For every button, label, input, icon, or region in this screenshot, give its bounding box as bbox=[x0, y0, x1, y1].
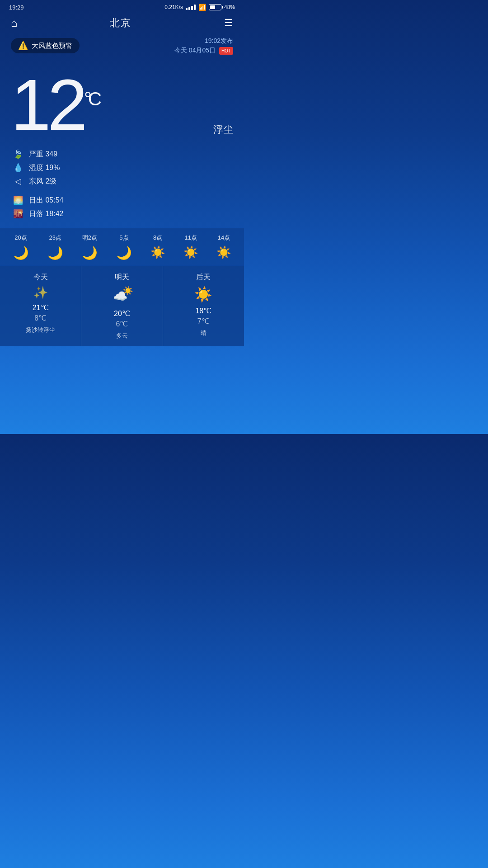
hourly-time: 14点 bbox=[218, 234, 230, 242]
leaf-icon: 🍃 bbox=[13, 149, 23, 159]
dayafter-high: 18℃ bbox=[168, 307, 239, 315]
temperature-section: 12°C 浮尘 bbox=[0, 60, 244, 146]
hourly-item: 明2点🌙 bbox=[82, 234, 98, 260]
sunrise-row: 🌅 日出 05:54 bbox=[13, 195, 231, 205]
moon-icon: 🌙 bbox=[116, 245, 132, 260]
sun-icon: ☀️ bbox=[183, 245, 198, 259]
daily-today: 今天 ✨ 21℃ 8℃ 扬沙转浮尘 bbox=[0, 266, 81, 346]
hourly-item: 23点🌙 bbox=[47, 234, 63, 260]
tomorrow-low: 6℃ bbox=[86, 320, 158, 328]
alert-date: 今天 04月05日 HOT bbox=[174, 46, 233, 55]
battery-percent: 48% bbox=[224, 4, 235, 10]
dayafter-low: 7℃ bbox=[168, 317, 239, 326]
hourly-item: 20点🌙 bbox=[13, 234, 29, 260]
warning-icon: ⚠️ bbox=[18, 41, 28, 51]
alert-bar: ⚠️ 大风蓝色预警 19:02发布 今天 04月05日 HOT bbox=[0, 33, 244, 58]
today-desc: 扬沙转浮尘 bbox=[5, 326, 76, 334]
temperature-value: 12 bbox=[11, 64, 84, 145]
sun-icon: ☀️ bbox=[150, 245, 165, 259]
moon-icon: 🌙 bbox=[47, 245, 63, 260]
hourly-time: 11点 bbox=[185, 234, 197, 242]
tomorrow-desc: 多云 bbox=[86, 332, 158, 340]
today-icon: ✨ bbox=[5, 286, 76, 300]
home-icon[interactable]: ⌂ bbox=[11, 17, 18, 29]
today-label: 今天 bbox=[5, 273, 76, 282]
hourly-item: 14点☀️ bbox=[216, 234, 231, 260]
aqi-value: 严重 349 bbox=[29, 150, 57, 159]
signal-icon bbox=[186, 5, 196, 10]
daily-forecast: 今天 ✨ 21℃ 8℃ 扬沙转浮尘 明天 ☁️ ☀️ 20℃ 6℃ 多云 后天 … bbox=[0, 266, 244, 346]
hourly-time: 20点 bbox=[14, 234, 27, 242]
hourly-time: 5点 bbox=[119, 234, 128, 242]
temperature-unit: °C bbox=[84, 88, 98, 109]
status-time: 19:29 bbox=[9, 4, 24, 11]
moon-icon: 🌙 bbox=[13, 245, 29, 260]
daily-dayafter: 后天 ☀️ 18℃ 7℃ 晴 bbox=[163, 266, 244, 346]
daily-tomorrow: 明天 ☁️ ☀️ 20℃ 6℃ 多云 bbox=[81, 266, 163, 346]
weather-details: 🍃 严重 349 💧 湿度 19% ◁ 东风 2级 bbox=[0, 146, 244, 193]
humidity-row: 💧 湿度 19% bbox=[13, 163, 231, 173]
hourly-time: 明2点 bbox=[82, 234, 97, 242]
humidity-icon: 💧 bbox=[13, 163, 23, 173]
tomorrow-high: 20℃ bbox=[86, 309, 158, 318]
sunset-row: 🌇 日落 18:42 bbox=[13, 209, 231, 219]
alert-label: 大风蓝色预警 bbox=[32, 42, 72, 50]
status-bar: 19:29 0.21K/s 📶 48% bbox=[0, 0, 244, 13]
wifi-icon: 📶 bbox=[198, 4, 206, 11]
hourly-forecast: 20点🌙23点🌙明2点🌙5点🌙8点☀️11点☀️14点☀️ bbox=[0, 228, 244, 266]
wind-row: ◁ 东风 2级 bbox=[13, 176, 231, 186]
city-name: 北京 bbox=[110, 16, 131, 30]
alert-time-info: 19:02发布 今天 04月05日 HOT bbox=[174, 36, 233, 55]
hourly-item: 5点🌙 bbox=[116, 234, 132, 260]
humidity-value: 湿度 19% bbox=[29, 163, 60, 173]
aqi-row: 🍃 严重 349 bbox=[13, 149, 231, 159]
status-right: 0.21K/s 📶 48% bbox=[164, 4, 235, 11]
sun-icon: ☀️ bbox=[216, 245, 231, 259]
dayafter-desc: 晴 bbox=[168, 329, 239, 337]
today-high: 21℃ bbox=[5, 303, 76, 312]
header: ⌂ 北京 ☰ bbox=[0, 13, 244, 33]
hourly-time: 8点 bbox=[153, 234, 162, 242]
sunset-value: 日落 18:42 bbox=[29, 209, 63, 219]
weather-condition: 浮尘 bbox=[213, 123, 233, 137]
battery-icon bbox=[209, 4, 221, 10]
moon-icon: 🌙 bbox=[82, 245, 98, 260]
dayafter-label: 后天 bbox=[168, 273, 239, 282]
publish-time: 19:02发布 bbox=[174, 36, 233, 46]
tomorrow-icon: ☁️ ☀️ bbox=[111, 286, 133, 304]
sunrise-icon: 🌅 bbox=[13, 195, 23, 205]
sun-times: 🌅 日出 05:54 🌇 日落 18:42 bbox=[0, 193, 244, 228]
dayafter-icon: ☀️ bbox=[168, 286, 239, 303]
sunset-icon: 🌇 bbox=[13, 209, 23, 219]
tomorrow-label: 明天 bbox=[86, 273, 158, 282]
temperature-display: 12°C bbox=[11, 69, 233, 141]
alert-badge[interactable]: ⚠️ 大风蓝色预警 bbox=[11, 38, 80, 53]
wind-icon: ◁ bbox=[13, 176, 23, 186]
hourly-item: 11点☀️ bbox=[183, 234, 198, 260]
network-speed: 0.21K/s bbox=[164, 4, 183, 10]
hot-badge: HOT bbox=[219, 47, 233, 55]
wind-value: 东风 2级 bbox=[29, 177, 56, 186]
hourly-item: 8点☀️ bbox=[150, 234, 165, 260]
hourly-time: 23点 bbox=[49, 234, 61, 242]
menu-icon[interactable]: ☰ bbox=[224, 17, 233, 29]
today-low: 8℃ bbox=[5, 314, 76, 322]
sunrise-value: 日出 05:54 bbox=[29, 196, 63, 205]
